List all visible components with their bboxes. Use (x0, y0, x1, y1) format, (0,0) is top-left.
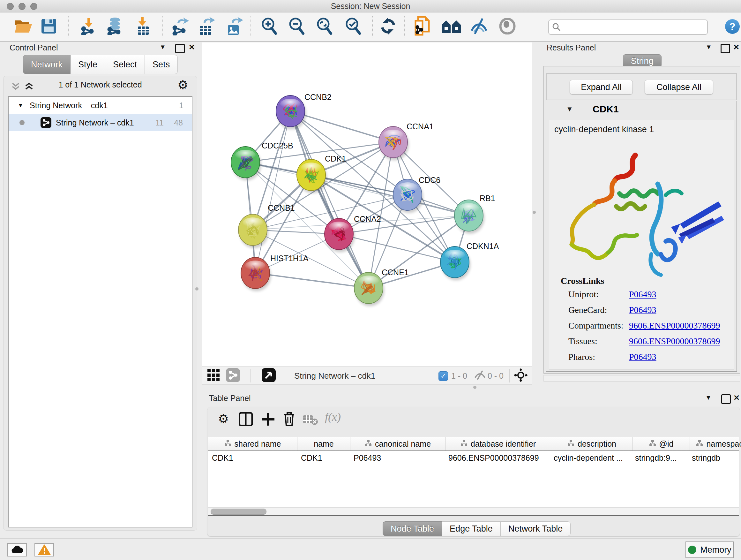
table-options-gear-icon[interactable]: ⚙ (218, 413, 229, 425)
toolbar-search-field[interactable] (548, 19, 708, 35)
table-cell[interactable]: P06493 (350, 451, 445, 464)
network-graph[interactable]: CCNB2CCNA1CDC25BCDK1CDC6RB1CCNB1CCNA2CDK… (202, 43, 532, 367)
network-edge[interactable] (255, 273, 368, 288)
help-button[interactable]: ? (725, 19, 740, 34)
close-panel-icon[interactable]: ✕ (733, 43, 739, 52)
column-header-name[interactable]: name (297, 437, 350, 450)
tab-network[interactable]: Network (23, 55, 71, 74)
table-horizontal-scrollbar[interactable] (208, 507, 739, 515)
crosslink-link[interactable]: 9606.ENSP00000378699 (629, 320, 720, 331)
search-input[interactable] (563, 21, 702, 34)
zoom-selected-icon[interactable] (344, 17, 361, 37)
navigator-crosshair-icon[interactable] (514, 368, 528, 383)
show-columns-icon[interactable] (239, 412, 253, 428)
crosslink-link[interactable]: P06493 (629, 289, 657, 300)
close-panel-icon[interactable]: ✕ (189, 43, 195, 52)
gene-header-row[interactable]: ▼ CDK1 (546, 101, 737, 119)
close-panel-icon[interactable]: ✕ (733, 393, 740, 402)
network-view-dot-icon (19, 120, 24, 125)
collapse-all-button[interactable]: Collapse All (645, 80, 713, 95)
tab-select[interactable]: Select (105, 55, 145, 74)
close-window-button[interactable] (7, 3, 14, 10)
home-houses-icon[interactable] (441, 18, 461, 36)
network-edge[interactable] (255, 111, 290, 273)
add-column-icon[interactable] (261, 412, 275, 428)
crosslink-link[interactable]: 9606.ENSP00000378699 (629, 336, 720, 347)
export-network-icon[interactable] (172, 17, 189, 37)
network-from-document-icon[interactable] (413, 16, 431, 37)
section-expander-icon[interactable]: ▼ (566, 105, 573, 113)
collapse-panel-icon[interactable]: ▼ (705, 394, 712, 401)
selected-nodes-checkbox[interactable]: ✓ (439, 371, 448, 381)
column-header-database-identifier[interactable]: database identifier (446, 437, 551, 450)
save-session-icon[interactable] (41, 18, 57, 36)
float-panel-icon[interactable] (175, 44, 185, 53)
grid-view-icon[interactable] (207, 369, 219, 382)
results-horizontal-scrollbar[interactable] (543, 375, 740, 381)
tab-node-table[interactable]: Node Table (383, 521, 442, 536)
tab-network-table[interactable]: Network Table (501, 521, 571, 536)
zoom-fit-icon[interactable] (316, 17, 333, 37)
tab-string[interactable]: String (623, 54, 662, 68)
horizontal-splitter-handle[interactable] (473, 386, 476, 389)
collapse-panel-icon[interactable]: ▼ (159, 44, 166, 51)
refresh-icon[interactable] (380, 18, 396, 36)
tab-sets[interactable]: Sets (145, 55, 178, 74)
crosslink-link[interactable]: P06493 (629, 352, 657, 362)
show-hide-graphics-icon[interactable] (470, 18, 488, 36)
export-table-icon[interactable] (198, 17, 215, 37)
expand-collapse-box: Expand All Collapse All (546, 73, 737, 100)
float-panel-icon[interactable] (721, 44, 730, 53)
table-row[interactable]: CDK1CDK1P064939606.ENSP00000378699cyclin… (208, 451, 739, 464)
table-cell[interactable]: 9606.ENSP00000378699 (445, 451, 550, 464)
cloud-status-button[interactable] (7, 543, 27, 557)
table-cell[interactable]: CDK1 (297, 451, 350, 464)
column-header-description[interactable]: description (551, 437, 633, 450)
zoom-in-icon[interactable] (260, 17, 278, 37)
expand-all-button[interactable]: Expand All (569, 80, 633, 95)
delete-column-icon[interactable] (283, 412, 295, 428)
table-cell[interactable]: CDK1 (208, 451, 297, 464)
import-table-file-icon[interactable] (135, 17, 151, 37)
table-cell[interactable]: stringdb (688, 451, 741, 464)
network-collection-row[interactable]: ▼ String Network – cdk1 1 (9, 97, 192, 114)
table-cell[interactable]: stringdb:9... (631, 451, 688, 464)
column-header-namespace[interactable]: namespace (690, 437, 741, 450)
column-network-icon (567, 437, 575, 450)
import-network-file-icon[interactable] (80, 17, 97, 37)
zoom-window-button[interactable] (30, 3, 37, 10)
crosslink-link[interactable]: P06493 (629, 305, 657, 315)
column-header-shared-name[interactable]: shared name (208, 437, 297, 450)
tree-expander-icon[interactable]: ▼ (17, 97, 23, 114)
node-gloss (243, 217, 263, 228)
toolbar-separator (251, 16, 251, 37)
network-thumbnail-icon[interactable] (226, 368, 240, 383)
network-view-canvas[interactable]: CCNB2CCNA1CDC25BCDK1CDC6RB1CCNB1CCNA2CDK… (202, 43, 532, 367)
network-edge[interactable] (311, 175, 469, 215)
network-row-selected[interactable]: String Network – cdk1 11 48 (9, 114, 192, 131)
toolbar-separator (162, 16, 163, 37)
tab-style[interactable]: Style (71, 55, 105, 74)
minimize-window-button[interactable] (18, 3, 25, 10)
collapse-panel-icon[interactable]: ▼ (705, 44, 712, 51)
scrollbar-thumb[interactable] (211, 509, 266, 515)
memory-button[interactable]: Memory (685, 542, 734, 558)
open-session-icon[interactable] (14, 18, 32, 35)
hidden-eye-icon (474, 370, 486, 381)
edge-count: 48 (174, 114, 183, 131)
crosslink-row: Compartments:9606.ENSP00000378699 (568, 320, 728, 331)
import-network-database-icon[interactable] (106, 17, 124, 37)
table-cell[interactable]: cyclin-dependent ... (550, 451, 631, 464)
export-image-icon[interactable] (226, 17, 243, 37)
network-options-gear-icon[interactable]: ⚙ (178, 79, 188, 91)
column-header-canonical-name[interactable]: canonical name (350, 437, 446, 450)
column-header-@id[interactable]: @id (633, 437, 690, 450)
warning-status-button[interactable] (35, 543, 54, 557)
zoom-out-icon[interactable] (288, 17, 305, 37)
vertical-splitter-handle[interactable] (533, 211, 536, 214)
birds-eye-view-icon[interactable] (498, 18, 516, 36)
float-panel-icon[interactable] (721, 394, 731, 404)
tab-edge-table[interactable]: Edge Table (442, 521, 501, 536)
vertical-splitter-handle[interactable] (195, 287, 199, 291)
detach-view-icon[interactable] (262, 368, 276, 383)
